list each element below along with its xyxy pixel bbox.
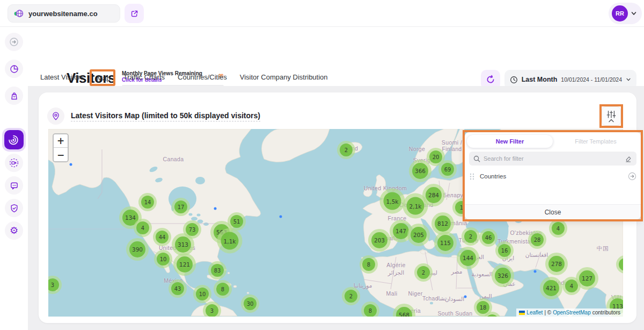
- cluster-marker[interactable]: 43: [169, 279, 187, 298]
- user-menu[interactable]: RR: [609, 3, 642, 24]
- map-place-label: South Sudan: [437, 310, 472, 317]
- cluster-marker[interactable]: 366: [409, 160, 431, 182]
- sidebar-item-visitors[interactable]: [2, 128, 26, 152]
- sidebar-item-ecommerce[interactable]: [5, 87, 23, 105]
- cluster-marker[interactable]: 390: [126, 238, 149, 261]
- tab-countries-cities[interactable]: Countries/Cities: [178, 73, 227, 83]
- sidebar-nav: ⚙: [0, 27, 28, 330]
- website-selector[interactable]: yourwebsitename.co: [8, 4, 120, 23]
- visitors-radar-icon: [9, 134, 19, 145]
- sidebar-item-dashboard[interactable]: [5, 60, 23, 78]
- visitors-tabs: Latest Visitors Map Traffic Charts Count…: [40, 73, 328, 83]
- filter-item-countries[interactable]: Countries: [469, 170, 636, 183]
- cluster-marker[interactable]: 121: [173, 253, 196, 276]
- sidebar-collapse-icon[interactable]: [5, 33, 23, 51]
- settings-gear-icon: ⚙: [10, 226, 18, 235]
- chevron-down-icon: [626, 77, 631, 82]
- filter-toggle-button[interactable]: [602, 106, 621, 126]
- eraser-icon[interactable]: [625, 155, 632, 162]
- cluster-marker[interactable]: 1,5k: [380, 189, 405, 214]
- cluster-marker[interactable]: 326: [492, 264, 514, 287]
- search-icon: [473, 155, 480, 162]
- tab-company-distribution[interactable]: Visitor Company Distribution: [240, 73, 328, 83]
- cluster-marker[interactable]: 421: [540, 277, 562, 299]
- external-link-icon: [130, 9, 139, 18]
- attribution-separator: | ©: [544, 310, 551, 315]
- cluster-marker[interactable]: 2: [462, 227, 480, 246]
- sidebar-item-privacy[interactable]: [5, 199, 23, 217]
- website-name: yourwebsitename.co: [28, 10, 98, 18]
- filter-panel: New Filter Filter Templates Countries Cl…: [465, 132, 641, 219]
- arrow-right-circle-icon[interactable]: [628, 172, 636, 181]
- map-place-label: Niger: [408, 290, 422, 297]
- leaflet-link[interactable]: Leaflet: [526, 310, 543, 315]
- cluster-marker[interactable]: 203: [368, 229, 391, 252]
- cluster-marker[interactable]: 10: [154, 250, 172, 268]
- cluster-marker[interactable]: 28: [528, 231, 546, 249]
- cluster-marker[interactable]: 115: [434, 232, 457, 254]
- sidebar-item-feedback[interactable]: [5, 176, 23, 195]
- cluster-marker[interactable]: 284: [422, 184, 445, 206]
- filter-search-input[interactable]: [484, 155, 621, 162]
- map-place-label: افغانستان: [525, 252, 548, 258]
- cluster-marker[interactable]: 8: [361, 302, 379, 317]
- map-zoom-control: + −: [53, 133, 69, 162]
- cluster-marker[interactable]: 51: [228, 212, 246, 231]
- cluster-marker[interactable]: 144: [457, 247, 479, 269]
- attribution-contributors: contributors: [592, 310, 620, 315]
- tab-latest-visitors[interactable]: Latest Visitors: [40, 73, 84, 83]
- filter-search-box: [469, 152, 636, 166]
- map-pin-icon: [47, 107, 64, 125]
- sidebar-item-settings[interactable]: ⚙: [5, 221, 23, 240]
- cluster-marker[interactable]: 127: [576, 267, 598, 290]
- map-card-title: Latest Visitors Map (limited to 50k disp…: [71, 111, 260, 121]
- cluster-marker[interactable]: 4: [134, 219, 152, 237]
- cluster-marker[interactable]: 69: [438, 160, 457, 178]
- osm-link[interactable]: OpenStreetMap: [553, 310, 591, 315]
- map-place-label: السعودية: [471, 271, 492, 277]
- filter-tab-templates[interactable]: Filter Templates: [553, 138, 639, 145]
- cluster-marker[interactable]: 8: [360, 255, 378, 274]
- zoom-in-button[interactable]: +: [54, 134, 68, 148]
- period-range: 10/01/2024 - 11/01/2024: [561, 76, 622, 83]
- cluster-marker[interactable]: 3: [203, 302, 221, 317]
- map-place-label: Norge: [409, 146, 426, 152]
- filter-close-button[interactable]: Close: [465, 204, 641, 219]
- cluster-marker[interactable]: 14: [138, 193, 157, 211]
- city-dot: [70, 163, 72, 166]
- cluster-marker[interactable]: 30: [241, 295, 259, 313]
- pie-chart-icon: [9, 64, 19, 74]
- open-website-button[interactable]: [125, 4, 144, 23]
- cluster-marker[interactable]: 1,1k: [217, 228, 243, 254]
- cluster-marker[interactable]: 8: [214, 280, 232, 298]
- city-dot: [214, 207, 217, 210]
- cluster-marker[interactable]: 44: [153, 228, 171, 246]
- map-place-label: Algérie: [386, 262, 405, 268]
- chevron-up-icon: [608, 119, 614, 123]
- filter-tab-new[interactable]: New Filter: [467, 135, 553, 148]
- filter-sliders-icon: [606, 110, 617, 119]
- map-place-label: Mali: [386, 290, 398, 297]
- cluster-marker[interactable]: 10: [193, 285, 211, 303]
- drag-handle-icon: [469, 173, 475, 181]
- zoom-out-button[interactable]: −: [54, 148, 68, 161]
- cluster-marker[interactable]: 16: [495, 241, 514, 260]
- cluster-marker[interactable]: 17: [172, 198, 190, 216]
- cluster-marker[interactable]: 2: [414, 263, 433, 282]
- cluster-marker[interactable]: 205: [407, 224, 430, 246]
- chat-bubble-icon: [9, 181, 19, 191]
- map-place-label: موريتانيا: [354, 282, 372, 289]
- map-place-label: الجزائر: [388, 269, 404, 276]
- cluster-marker[interactable]: 46: [479, 228, 497, 247]
- cluster-marker[interactable]: 278: [545, 253, 568, 275]
- cluster-marker[interactable]: 73: [183, 220, 201, 239]
- clock-icon: [510, 76, 518, 84]
- cluster-marker[interactable]: 4: [549, 219, 567, 238]
- sidebar-item-recordings[interactable]: [5, 154, 23, 172]
- cluster-marker[interactable]: 2: [342, 287, 360, 305]
- tab-traffic-charts[interactable]: Traffic Charts: [123, 73, 165, 83]
- cluster-marker[interactable]: 83: [208, 261, 226, 279]
- cluster-marker[interactable]: 2: [337, 141, 355, 159]
- city-dot: [280, 216, 282, 218]
- tab-map[interactable]: Map: [97, 74, 110, 85]
